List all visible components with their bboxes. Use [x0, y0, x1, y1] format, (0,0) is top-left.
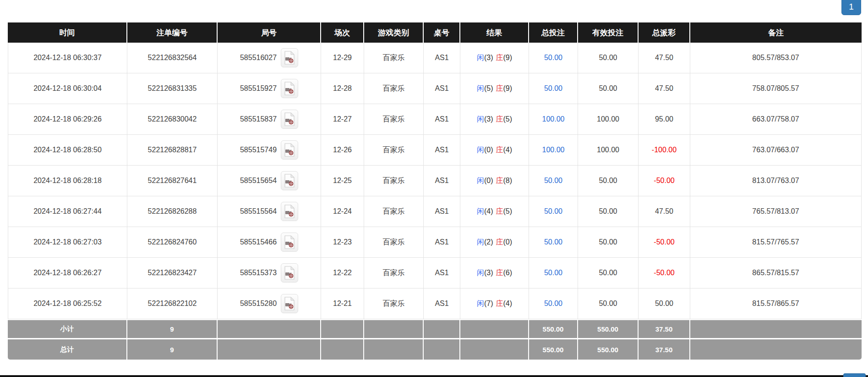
result-cell: 闲(7)庄(4) — [460, 288, 529, 319]
table-no-cell: AS1 — [424, 135, 460, 166]
round-id: 585515837 — [240, 115, 277, 123]
video-film-document-icon — [284, 205, 295, 218]
player-result: 闲(3) — [477, 269, 493, 277]
video-preview-button[interactable] — [281, 263, 298, 283]
pagination-page-1-button[interactable]: 1 — [841, 0, 861, 15]
table-row: 2024-12-18 06:26:27 522126823427 5855153… — [8, 258, 862, 288]
total-count: 9 — [127, 339, 218, 360]
remark-cell: 758.07/805.57 — [690, 73, 862, 104]
player-result: 闲(5) — [477, 84, 493, 92]
bet-id-cell: 522126827641 — [127, 166, 218, 196]
payout-cell: 47.50 — [639, 196, 690, 227]
bet-id-cell: 522126831335 — [127, 73, 218, 104]
session-cell: 12-24 — [321, 196, 364, 227]
banker-result: 庄(4) — [496, 299, 513, 307]
video-preview-button[interactable] — [281, 79, 298, 98]
payout-cell: 47.50 — [639, 43, 690, 73]
valid-bet-cell: 50.00 — [578, 227, 639, 258]
total-bet-link[interactable]: 50.00 — [529, 288, 578, 319]
banker-result: 庄(0) — [496, 238, 513, 246]
total-bet-link[interactable]: 50.00 — [529, 227, 578, 258]
table-row: 2024-12-18 06:28:18 522126827641 5855156… — [8, 166, 862, 196]
table-no-cell: AS1 — [424, 196, 460, 227]
video-preview-button[interactable] — [281, 48, 298, 67]
header-time: 时间 — [8, 22, 127, 43]
video-preview-button[interactable] — [281, 171, 298, 190]
header-bet-id: 注单编号 — [127, 22, 218, 43]
total-bet-link[interactable]: 50.00 — [529, 73, 578, 104]
round-cell: 585515373 — [218, 258, 321, 288]
game-type-cell: 百家乐 — [364, 104, 424, 135]
total-bet-link[interactable]: 100.00 — [529, 135, 578, 166]
table-no-cell: AS1 — [424, 43, 460, 73]
video-preview-button[interactable] — [281, 233, 298, 252]
round-id: 585515280 — [240, 299, 277, 308]
total-bet-link[interactable]: 50.00 — [529, 166, 578, 196]
table-row: 2024-12-18 06:30:37 522126832564 5855160… — [8, 43, 862, 73]
time-cell: 2024-12-18 06:30:04 — [8, 73, 127, 104]
bet-id-cell: 522126828817 — [127, 135, 218, 166]
video-preview-button[interactable] — [281, 294, 298, 313]
table-no-cell: AS1 — [424, 104, 460, 135]
header-payout: 总派彩 — [639, 22, 690, 43]
header-table-no: 桌号 — [424, 22, 460, 43]
round-cell: 585515749 — [218, 135, 321, 166]
player-result: 闲(0) — [477, 146, 493, 154]
result-cell: 闲(3)庄(9) — [460, 43, 529, 73]
video-preview-button[interactable] — [281, 202, 298, 221]
video-preview-button[interactable] — [281, 110, 298, 129]
bet-id-cell: 522126824760 — [127, 227, 218, 258]
banker-result: 庄(6) — [496, 269, 513, 277]
round-id: 585515373 — [240, 269, 277, 277]
round-cell: 585515466 — [218, 227, 321, 258]
table-header-row: 时间 注单编号 局号 场次 游戏类别 桌号 结果 总投注 有效投注 总派彩 备注 — [8, 22, 862, 43]
time-cell: 2024-12-18 06:25:52 — [8, 288, 127, 319]
video-preview-button[interactable] — [281, 140, 298, 160]
game-type-cell: 百家乐 — [364, 258, 424, 288]
round-id: 585515654 — [240, 177, 277, 185]
bet-id-cell: 522126823427 — [127, 258, 218, 288]
video-film-document-icon — [284, 51, 295, 65]
round-cell: 585515927 — [218, 73, 321, 104]
round-id: 585516027 — [240, 54, 277, 62]
bet-records-table: 时间 注单编号 局号 场次 游戏类别 桌号 结果 总投注 有效投注 总派彩 备注… — [8, 22, 862, 360]
table-row: 2024-12-18 06:30:04 522126831335 5855159… — [8, 73, 862, 104]
player-result: 闲(3) — [477, 115, 493, 123]
table-row: 2024-12-18 06:25:52 522126822102 5855152… — [8, 288, 862, 319]
banker-result: 庄(4) — [496, 146, 513, 154]
time-cell: 2024-12-18 06:26:27 — [8, 258, 127, 288]
video-film-document-icon — [284, 174, 295, 188]
remark-cell: 765.57/813.07 — [690, 196, 862, 227]
round-id: 585515749 — [240, 146, 277, 154]
subtotal-payout: 37.50 — [639, 319, 690, 339]
video-film-document-icon — [284, 82, 295, 95]
time-cell: 2024-12-18 06:28:18 — [8, 166, 127, 196]
valid-bet-cell: 50.00 — [578, 73, 639, 104]
header-total-bet: 总投注 — [529, 22, 578, 43]
game-type-cell: 百家乐 — [364, 288, 424, 319]
subtotal-total-bet: 550.00 — [529, 319, 578, 339]
player-result: 闲(7) — [477, 299, 493, 307]
header-valid-bet: 有效投注 — [578, 22, 639, 43]
valid-bet-cell: 100.00 — [578, 135, 639, 166]
total-bet-link[interactable]: 50.00 — [529, 196, 578, 227]
round-cell: 585515564 — [218, 196, 321, 227]
bottom-pagination-button[interactable] — [843, 373, 866, 377]
player-result: 闲(4) — [477, 207, 493, 215]
total-bet-link[interactable]: 50.00 — [529, 43, 578, 73]
result-cell: 闲(3)庄(5) — [460, 104, 529, 135]
bet-id-cell: 522126822102 — [127, 288, 218, 319]
total-bet-link[interactable]: 50.00 — [529, 258, 578, 288]
session-cell: 12-27 — [321, 104, 364, 135]
round-cell: 585515280 — [218, 288, 321, 319]
player-result: 闲(2) — [477, 238, 493, 246]
header-session: 场次 — [321, 22, 364, 43]
bet-id-cell: 522126830042 — [127, 104, 218, 135]
remark-cell: 763.07/663.07 — [690, 135, 862, 166]
valid-bet-cell: 50.00 — [578, 196, 639, 227]
total-row: 总计 9 550.00 550.00 37.50 — [8, 339, 862, 360]
total-bet-link[interactable]: 100.00 — [529, 104, 578, 135]
game-type-cell: 百家乐 — [364, 196, 424, 227]
session-cell: 12-25 — [321, 166, 364, 196]
player-result: 闲(3) — [477, 54, 493, 61]
